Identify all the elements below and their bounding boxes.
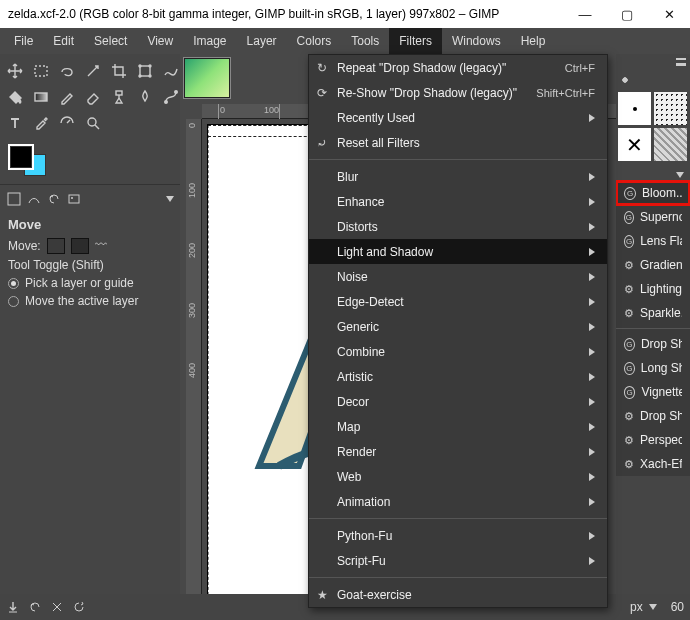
dock-menu-icon[interactable] <box>166 196 174 202</box>
menu-label: Artistic <box>337 370 373 384</box>
tab-undo-icon[interactable] <box>46 191 62 207</box>
filters-item[interactable]: Light and Shadow <box>309 239 607 264</box>
filters-item[interactable]: Edge-Detect <box>309 289 607 314</box>
filters-item[interactable]: Render <box>309 439 607 464</box>
filters-item[interactable]: ⤾Reset all Filters <box>309 130 607 155</box>
menu-image[interactable]: Image <box>183 28 236 54</box>
warp-tool-icon[interactable] <box>160 60 182 82</box>
bucket-tool-icon[interactable] <box>4 86 26 108</box>
menu-colors[interactable]: Colors <box>287 28 342 54</box>
menu-file[interactable]: File <box>4 28 43 54</box>
filters-item[interactable]: Script-Fu <box>309 548 607 573</box>
submenu-item[interactable]: GDrop Sha <box>616 332 690 356</box>
filters-item[interactable]: ⟳Re-Show "Drop Shadow (legacy)"Shift+Ctr… <box>309 80 607 105</box>
filters-item[interactable]: Distorts <box>309 214 607 239</box>
move-tool-icon[interactable] <box>4 60 26 82</box>
pencil-tool-icon[interactable] <box>56 86 78 108</box>
rect-select-tool-icon[interactable] <box>30 60 52 82</box>
brush-item[interactable] <box>654 92 687 125</box>
sb-save-icon[interactable] <box>6 600 20 614</box>
filters-item[interactable]: Recently Used <box>309 105 607 130</box>
submenu-item[interactable]: ⚙Xach-Effe <box>616 452 690 476</box>
text-tool-icon[interactable] <box>4 112 26 134</box>
submenu-item[interactable]: ⚙Lighting E <box>616 277 690 301</box>
brush-item[interactable]: ✕ <box>618 128 651 161</box>
filters-item[interactable]: Decor <box>309 389 607 414</box>
move-mode-selection-icon[interactable] <box>71 238 89 254</box>
sb-reset-icon[interactable] <box>72 600 86 614</box>
filters-item[interactable]: Enhance <box>309 189 607 214</box>
menu-windows[interactable]: Windows <box>442 28 511 54</box>
submenu-item[interactable]: GVignette. <box>616 380 690 404</box>
filters-item[interactable]: Python-Fu <box>309 523 607 548</box>
filters-item[interactable]: ↻Repeat "Drop Shadow (legacy)"Ctrl+F <box>309 55 607 80</box>
menu-select[interactable]: Select <box>84 28 137 54</box>
move-mode-layer-icon[interactable] <box>47 238 65 254</box>
zoom-tool-icon[interactable] <box>82 112 104 134</box>
path-tool-icon[interactable] <box>160 86 182 108</box>
submenu-item[interactable]: ⚙Drop Sha <box>616 404 690 428</box>
plugin-icon: ⚙ <box>624 259 634 272</box>
smudge-tool-icon[interactable] <box>134 86 156 108</box>
svg-point-10 <box>88 118 96 126</box>
radio-pick-layer[interactable] <box>8 278 19 289</box>
filters-item[interactable]: Blur <box>309 164 607 189</box>
crop-tool-icon[interactable] <box>108 60 130 82</box>
expand-icon[interactable] <box>676 172 684 178</box>
filters-item[interactable]: Combine <box>309 339 607 364</box>
submenu-item[interactable]: ⚙Perspecti <box>616 428 690 452</box>
filters-item[interactable]: Artistic <box>309 364 607 389</box>
radio-move-active[interactable] <box>8 296 19 307</box>
filters-item[interactable]: Web <box>309 464 607 489</box>
brush-item[interactable] <box>654 128 687 161</box>
eraser-tool-icon[interactable] <box>82 86 104 108</box>
maximize-button[interactable]: ▢ <box>606 0 648 28</box>
tab-images-icon[interactable] <box>66 191 82 207</box>
sb-undo-icon[interactable] <box>28 600 42 614</box>
ruler-v-label: 400 <box>187 363 197 378</box>
svg-rect-7 <box>116 91 122 95</box>
gradient-tool-icon[interactable] <box>30 86 52 108</box>
menu-filters[interactable]: Filters <box>389 28 442 54</box>
brushes-tab-icon[interactable] <box>618 73 632 87</box>
image-tab[interactable] <box>184 58 230 98</box>
menu-help[interactable]: Help <box>511 28 556 54</box>
submenu-item[interactable]: ⚙Gradient <box>616 253 690 277</box>
fuzzy-select-tool-icon[interactable] <box>82 60 104 82</box>
menu-tools[interactable]: Tools <box>341 28 389 54</box>
divider <box>0 184 180 185</box>
clone-tool-icon[interactable] <box>108 86 130 108</box>
free-select-tool-icon[interactable] <box>56 60 78 82</box>
fg-color-swatch[interactable] <box>10 146 32 168</box>
submenu-item[interactable]: ⚙Sparkle... <box>616 301 690 325</box>
filters-item[interactable]: Generic <box>309 314 607 339</box>
menu-label: Generic <box>337 320 379 334</box>
brush-item[interactable] <box>618 92 651 125</box>
unit-arrow-icon[interactable] <box>649 604 657 610</box>
zoom-value[interactable]: 60 <box>671 600 684 614</box>
picker-tool-icon[interactable] <box>30 112 52 134</box>
close-button[interactable]: ✕ <box>648 0 690 28</box>
filters-item[interactable]: Noise <box>309 264 607 289</box>
menu-view[interactable]: View <box>137 28 183 54</box>
dock-menu-icon[interactable] <box>676 58 686 66</box>
sb-delete-icon[interactable] <box>50 600 64 614</box>
submenu-item[interactable]: GSupernova <box>616 205 690 229</box>
filters-item[interactable]: Animation <box>309 489 607 514</box>
svg-point-8 <box>165 101 168 104</box>
measure-tool-icon[interactable] <box>56 112 78 134</box>
unit-select[interactable]: px <box>630 600 643 614</box>
minimize-button[interactable]: — <box>564 0 606 28</box>
transform-tool-icon[interactable] <box>134 60 156 82</box>
submenu-item[interactable]: GLens Flare <box>616 229 690 253</box>
submenu-item[interactable]: GBloom... <box>616 181 690 205</box>
tab-devices-icon[interactable] <box>26 191 42 207</box>
filters-item[interactable]: ★Goat-exercise <box>309 582 607 607</box>
move-mode-path-icon[interactable]: 〰 <box>95 238 113 254</box>
submenu-item[interactable]: GLong Sha <box>616 356 690 380</box>
filters-item[interactable]: Map <box>309 414 607 439</box>
menu-edit[interactable]: Edit <box>43 28 84 54</box>
color-swatches[interactable] <box>0 140 180 182</box>
tab-tool-options-icon[interactable] <box>6 191 22 207</box>
menu-layer[interactable]: Layer <box>237 28 287 54</box>
